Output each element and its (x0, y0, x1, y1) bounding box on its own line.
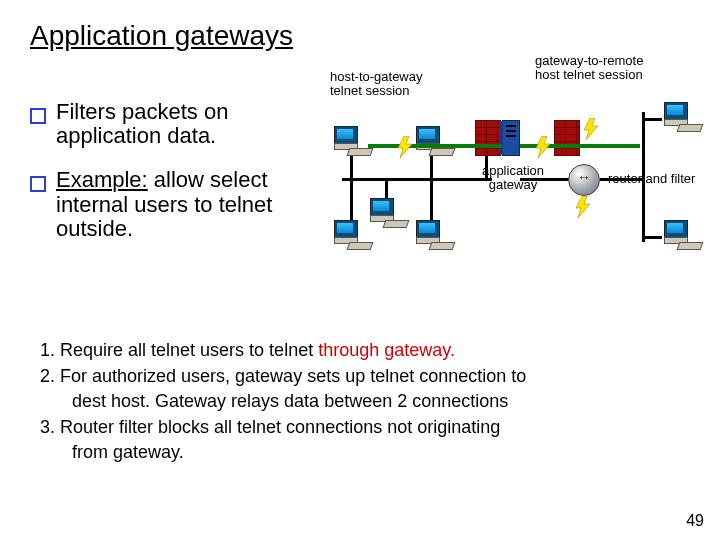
workstation-icon (334, 126, 370, 156)
bullet-2-text: Example: allow select internal users to … (56, 168, 310, 241)
page-number: 49 (686, 512, 704, 530)
label-gateway-to-remote: gateway-to-remote host telnet session (535, 54, 695, 81)
lan-drop (350, 178, 353, 222)
bullet-2: Example: allow select internal users to … (30, 168, 310, 241)
network-diagram: host-to-gateway telnet session gateway-t… (330, 60, 710, 310)
workstation-icon (416, 220, 452, 250)
numbered-line-1-red: through gateway. (318, 340, 455, 360)
app-gateway-server-icon (502, 120, 520, 156)
router-icon (568, 164, 600, 196)
svg-marker-0 (398, 136, 412, 158)
numbered-line-3: 3. Router filter blocks all telnet conne… (40, 417, 680, 439)
label-host-to-gateway: host-to-gateway telnet session (330, 70, 460, 97)
numbered-line-2: 2. For authorized users, gateway sets up… (40, 366, 680, 388)
lightning-icon (536, 136, 550, 158)
lan-drop (430, 178, 433, 222)
bullet-marker-icon (30, 108, 46, 124)
workstation-icon (664, 102, 700, 132)
bullet-list: Filters packets on application data. Exa… (30, 100, 310, 261)
svg-marker-2 (584, 118, 598, 140)
lan-drop (485, 156, 488, 178)
lan-drop (642, 118, 662, 121)
firewall-icon (554, 120, 580, 156)
lan-drop (385, 178, 388, 200)
numbered-line-1: 1. Require all telnet users to telnet th… (40, 340, 680, 362)
bullet-1-text: Filters packets on application data. (56, 100, 310, 148)
lightning-icon (576, 196, 590, 218)
numbered-line-3b: from gateway. (40, 442, 680, 464)
numbered-list: 1. Require all telnet users to telnet th… (40, 340, 680, 468)
workstation-icon (334, 220, 370, 250)
lightning-icon (398, 136, 412, 158)
lightning-icon (584, 118, 598, 140)
lan-drop (608, 178, 642, 181)
slide-title: Application gateways (30, 20, 293, 52)
bullet-1: Filters packets on application data. (30, 100, 310, 148)
lan-drop (430, 156, 433, 178)
lan-bus-right (642, 112, 645, 242)
svg-marker-3 (576, 196, 590, 218)
lan-bus-left (342, 178, 492, 181)
bullet-2-underline: Example: (56, 167, 148, 192)
workstation-icon (370, 198, 406, 228)
bullet-marker-icon (30, 176, 46, 192)
workstation-icon (664, 220, 700, 250)
lan-drop (642, 236, 662, 239)
link-gateway-router (520, 178, 570, 181)
firewall-icon (475, 120, 501, 156)
svg-marker-1 (536, 136, 550, 158)
session-line (368, 144, 502, 148)
numbered-line-1a: 1. Require all telnet users to telnet (40, 340, 318, 360)
link-router-lan (600, 178, 608, 181)
numbered-line-2b: dest host. Gateway relays data between 2… (40, 391, 680, 413)
workstation-icon (416, 126, 452, 156)
lan-drop (350, 156, 353, 178)
